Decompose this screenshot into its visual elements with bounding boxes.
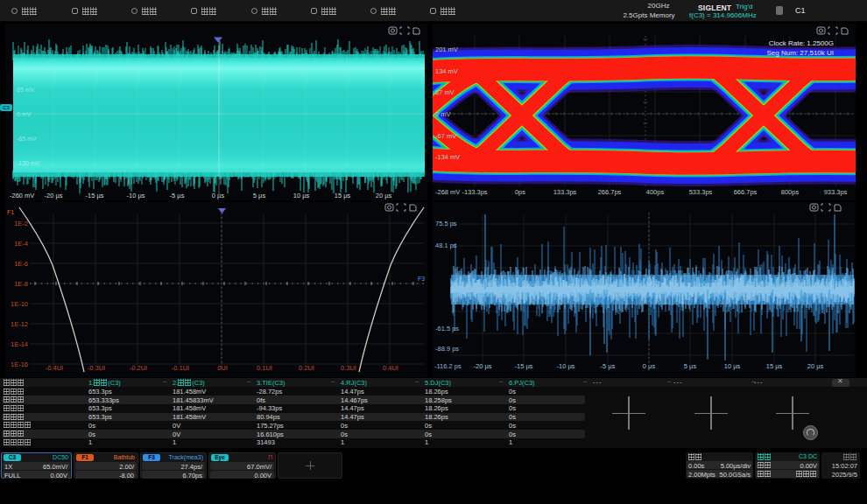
svg-text:-133.3ps: -133.3ps xyxy=(462,188,487,196)
svg-text:0.4UI: 0.4UI xyxy=(383,364,398,372)
svg-text:800ps: 800ps xyxy=(781,188,800,196)
svg-text:-65 mV: -65 mV xyxy=(17,136,37,142)
svg-text:0ps: 0ps xyxy=(515,188,525,196)
svg-text:Seg Num: 27,510k UI: Seg Num: 27,510k UI xyxy=(767,49,834,57)
svg-text:-0.3UI: -0.3UI xyxy=(88,364,105,372)
svg-text:-15 µs: -15 µs xyxy=(86,192,104,200)
svg-text:-10 µs: -10 µs xyxy=(127,192,145,200)
svg-text:0 mV: 0 mV xyxy=(17,111,32,117)
svg-text:0 µs: 0 µs xyxy=(212,192,225,200)
svg-text:-0.4UI: -0.4UI xyxy=(46,364,63,372)
svg-text:1E-4: 1E-4 xyxy=(14,240,28,248)
svg-text:20 µs: 20 µs xyxy=(807,362,824,370)
svg-text:-130 mV: -130 mV xyxy=(17,160,40,166)
svg-text:1E-2: 1E-2 xyxy=(14,220,28,228)
svg-text:-20 µs: -20 µs xyxy=(45,192,63,200)
svg-text:201 mV: 201 mV xyxy=(435,46,458,53)
svg-text:5 µs: 5 µs xyxy=(684,362,697,370)
svg-text:0.1UI: 0.1UI xyxy=(257,364,272,372)
svg-text:0 µs: 0 µs xyxy=(643,362,656,370)
svg-text:1E-16: 1E-16 xyxy=(11,360,28,368)
svg-text:F3: F3 xyxy=(418,276,425,282)
svg-text:-134 mV: -134 mV xyxy=(435,153,460,161)
svg-text:-67 mV: -67 mV xyxy=(435,132,456,140)
svg-text:666.7ps: 666.7ps xyxy=(734,188,758,196)
svg-text:-268 mV: -268 mV xyxy=(435,188,460,196)
svg-text:15 µs: 15 µs xyxy=(335,192,351,200)
svg-text:933.3ps: 933.3ps xyxy=(824,188,848,196)
svg-text:-0.1UI: -0.1UI xyxy=(172,364,189,372)
svg-text:1E-12: 1E-12 xyxy=(11,320,28,328)
svg-text:1E-8: 1E-8 xyxy=(14,280,28,288)
svg-text:-20 µs: -20 µs xyxy=(474,362,492,370)
svg-text:Clock Rate: 1.2500G: Clock Rate: 1.2500G xyxy=(769,39,834,47)
svg-text:1E-14: 1E-14 xyxy=(11,340,28,348)
svg-text:-88.9 ps: -88.9 ps xyxy=(435,345,459,353)
svg-text:134 mV: 134 mV xyxy=(435,67,458,75)
svg-text:0UI: 0UI xyxy=(217,364,228,372)
svg-text:F1: F1 xyxy=(7,209,14,215)
svg-text:-260 mV: -260 mV xyxy=(10,192,34,200)
svg-text:-5 µs: -5 µs xyxy=(601,362,616,370)
svg-text:-5 µs: -5 µs xyxy=(170,192,185,200)
svg-text:67 mV: 67 mV xyxy=(435,88,455,96)
svg-text:75.5 ps: 75.5 ps xyxy=(435,220,457,228)
svg-text:133.3ps: 133.3ps xyxy=(553,188,577,196)
svg-text:65 mV: 65 mV xyxy=(17,87,35,93)
svg-text:-61.5 ps: -61.5 ps xyxy=(435,325,459,332)
svg-text:20 µs: 20 µs xyxy=(376,192,392,200)
svg-text:-10 µs: -10 µs xyxy=(557,362,575,370)
svg-text:0 mV: 0 mV xyxy=(435,110,451,118)
svg-text:533.3ps: 533.3ps xyxy=(689,188,713,196)
svg-text:0.3UI: 0.3UI xyxy=(341,364,356,372)
svg-text:10 µs: 10 µs xyxy=(724,362,741,370)
svg-text:-15 µs: -15 µs xyxy=(515,362,533,370)
svg-text:-0.2UI: -0.2UI xyxy=(130,364,147,372)
svg-text:5 µs: 5 µs xyxy=(253,192,266,200)
svg-text:-116.2 ps: -116.2 ps xyxy=(434,362,462,370)
svg-text:1E-10: 1E-10 xyxy=(11,300,28,308)
svg-text:1E-6: 1E-6 xyxy=(14,260,28,268)
svg-text:48.1 ps: 48.1 ps xyxy=(435,242,457,249)
svg-text:400ps: 400ps xyxy=(646,188,665,196)
svg-text:266.7ps: 266.7ps xyxy=(598,188,622,196)
svg-text:0.2UI: 0.2UI xyxy=(299,364,314,372)
svg-text:15 µs: 15 µs xyxy=(766,362,783,370)
svg-text:10 µs: 10 µs xyxy=(293,192,310,200)
